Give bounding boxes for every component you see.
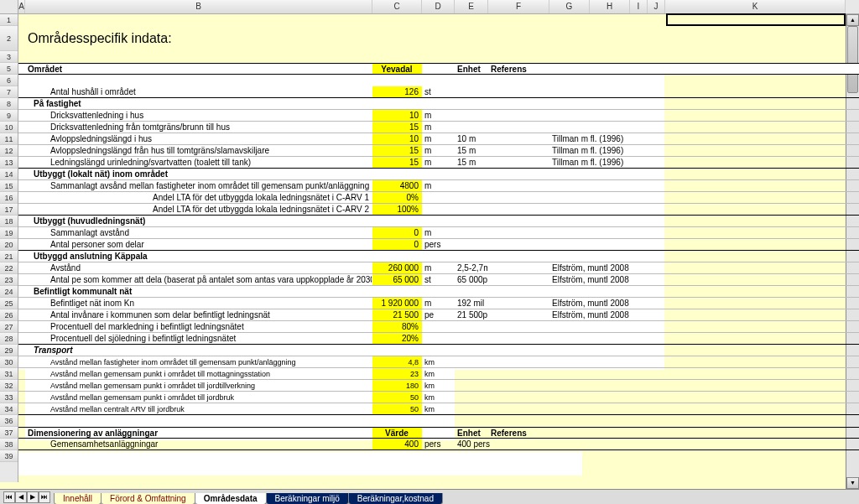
row-header-30[interactable]: 30: [0, 356, 18, 368]
col-header-K[interactable]: K: [665, 0, 846, 13]
row-header-15[interactable]: 15: [0, 180, 18, 192]
row-header-11[interactable]: 11: [0, 133, 18, 145]
cell-B7[interactable]: Antal hushåll i området: [25, 86, 372, 97]
cell-C32[interactable]: 180: [372, 380, 422, 391]
row-header-33[interactable]: 33: [0, 392, 18, 403]
row-header-16[interactable]: 16: [0, 192, 18, 204]
cell-B22[interactable]: Avstånd: [25, 262, 372, 273]
cell-B32[interactable]: Avstånd mellan gemensam punkt i området …: [25, 380, 372, 391]
row-header-18[interactable]: 18: [0, 216, 18, 227]
cell-C24[interactable]: [372, 286, 422, 297]
tab-nav-last[interactable]: ⏭: [39, 491, 50, 503]
row-header-21[interactable]: 21: [0, 251, 18, 262]
row-header-28[interactable]: 28: [0, 333, 18, 345]
cell-B10[interactable]: Dricksvattenledning från tomtgräns/brunn…: [25, 122, 372, 132]
tab-nav-next[interactable]: ▶: [27, 491, 39, 503]
row-header-37[interactable]: 37: [0, 427, 18, 439]
sheet-tab-0[interactable]: Innehåll: [54, 493, 102, 505]
row-header-27[interactable]: 27: [0, 321, 18, 333]
row-header-2[interactable]: 2: [0, 26, 18, 51]
row-header-9[interactable]: 9: [0, 110, 18, 122]
cell-B29[interactable]: Transport: [25, 345, 372, 356]
row-header-17[interactable]: 17: [0, 204, 18, 216]
cell-B23[interactable]: Antal pe som kommer att dela (baserat på…: [25, 274, 372, 285]
row-header-1[interactable]: 1: [0, 14, 18, 26]
row-header-10[interactable]: 10: [0, 122, 18, 133]
cell-C27[interactable]: 80%: [372, 321, 422, 332]
cell-C30[interactable]: 4,8: [372, 356, 422, 367]
cell-C11[interactable]: 10: [372, 133, 422, 144]
cell-C21[interactable]: [372, 251, 422, 262]
row-header-3[interactable]: 3: [0, 51, 18, 63]
cell-C12[interactable]: 15: [372, 145, 422, 156]
row-header-12[interactable]: 12: [0, 145, 18, 157]
col-header-C[interactable]: C: [372, 0, 422, 13]
cell-C15[interactable]: 4800: [372, 180, 422, 191]
cell-B9[interactable]: Dricksvattenledning i hus: [25, 110, 372, 121]
cell-B20[interactable]: Antal personer som delar: [25, 239, 372, 250]
col-header-H[interactable]: H: [590, 0, 630, 13]
cell-B13[interactable]: Ledningslängd urinledning/svartvatten (t…: [25, 157, 372, 168]
cell-C18[interactable]: [372, 216, 422, 226]
cell-C14[interactable]: [372, 169, 422, 179]
cell-B34[interactable]: Avstånd mellan centralt ARV till jordbru…: [25, 403, 372, 414]
cell-B19[interactable]: Sammanlagt avstånd: [25, 227, 372, 238]
scroll-down-arrow[interactable]: ▼: [846, 477, 859, 489]
sheet-tab-2[interactable]: Områdesdata: [195, 493, 267, 505]
cell-B15[interactable]: Sammanlagt avsånd mellan fastigheter ino…: [25, 180, 372, 191]
cell-C7[interactable]: 126: [372, 86, 422, 97]
col-header-J[interactable]: J: [648, 0, 665, 13]
row-header-23[interactable]: 23: [0, 274, 18, 286]
cell-B25[interactable]: Befintliget nät inom Kn: [25, 298, 372, 309]
col-header-A[interactable]: A: [18, 0, 25, 13]
col-header-F[interactable]: F: [488, 0, 549, 13]
cell-C8[interactable]: [372, 98, 422, 109]
sheet-tab-4[interactable]: Beräkningar,kostnad: [348, 493, 443, 505]
scroll-up-arrow[interactable]: ▲: [846, 14, 859, 26]
cell-C9[interactable]: 10: [372, 110, 422, 121]
cell-B33[interactable]: Avstånd mellan gemensam punkt i området …: [25, 392, 372, 403]
row-header-39[interactable]: 39: [0, 450, 18, 462]
row-header-14[interactable]: 14: [0, 169, 18, 180]
col-header-E[interactable]: E: [455, 0, 488, 13]
col-header-D[interactable]: D: [422, 0, 455, 13]
cell-B30[interactable]: Avstånd mellan fastigheter inom området …: [25, 356, 372, 367]
cell-C31[interactable]: 23: [372, 368, 422, 379]
row-header-38[interactable]: 38: [0, 439, 18, 450]
cell-C22[interactable]: 260 000: [372, 262, 422, 273]
row-header-5[interactable]: 5: [0, 63, 18, 75]
cell-C19[interactable]: 0: [372, 227, 422, 238]
col-header-B[interactable]: B: [25, 0, 372, 13]
cell-38-label[interactable]: Gemensamhetsanläggningar: [25, 439, 372, 449]
cell-B8[interactable]: På fastighet: [25, 98, 372, 109]
row-header-25[interactable]: 25: [0, 298, 18, 309]
row-header-20[interactable]: 20: [0, 239, 18, 251]
row-header-8[interactable]: 8: [0, 98, 18, 110]
tab-nav-first[interactable]: ⏮: [3, 491, 15, 503]
row-header-6[interactable]: 6: [0, 75, 18, 86]
sheet-tab-3[interactable]: Beräkningar miljö: [266, 493, 349, 505]
cell-B16[interactable]: Andel LTA för det utbyggda lokala lednin…: [25, 192, 372, 203]
cell-B27[interactable]: Procentuell del markledning i befintligt…: [25, 321, 372, 332]
cell-B12[interactable]: Avloppsledningslängd från hus till tomtg…: [25, 145, 372, 156]
spreadsheet-grid[interactable]: Områdesspecifik indata: Området Yevadal …: [18, 14, 859, 482]
cell-B26[interactable]: Antal invånare i kommunen som delar befi…: [25, 309, 372, 320]
row-header-31[interactable]: 31: [0, 368, 18, 380]
select-all-corner[interactable]: [0, 0, 18, 13]
row-header-19[interactable]: 19: [0, 227, 18, 239]
row-header-36[interactable]: 36: [0, 415, 18, 427]
cell-B17[interactable]: Andel LTA för det utbyggda lokala lednin…: [25, 204, 372, 215]
selected-cell-K1[interactable]: [666, 13, 846, 26]
cell-C34[interactable]: 50: [372, 403, 422, 414]
cell-B31[interactable]: Avstånd mellan gemensam punkt i området …: [25, 368, 372, 379]
cell-38-value[interactable]: 400: [372, 439, 422, 449]
cell-C20[interactable]: 0: [372, 239, 422, 250]
cell-B11[interactable]: Avloppsledningslängd i hus: [25, 133, 372, 144]
sheet-tab-1[interactable]: Förord & Omfattning: [101, 493, 195, 505]
row-header-32[interactable]: 32: [0, 380, 18, 392]
cell-C28[interactable]: 20%: [372, 333, 422, 344]
row-header-29[interactable]: 29: [0, 345, 18, 356]
cell-C17[interactable]: 100%: [372, 204, 422, 215]
cell-B14[interactable]: Utbyggt (lokalt nät) inom området: [25, 169, 372, 179]
cell-C13[interactable]: 15: [372, 157, 422, 168]
